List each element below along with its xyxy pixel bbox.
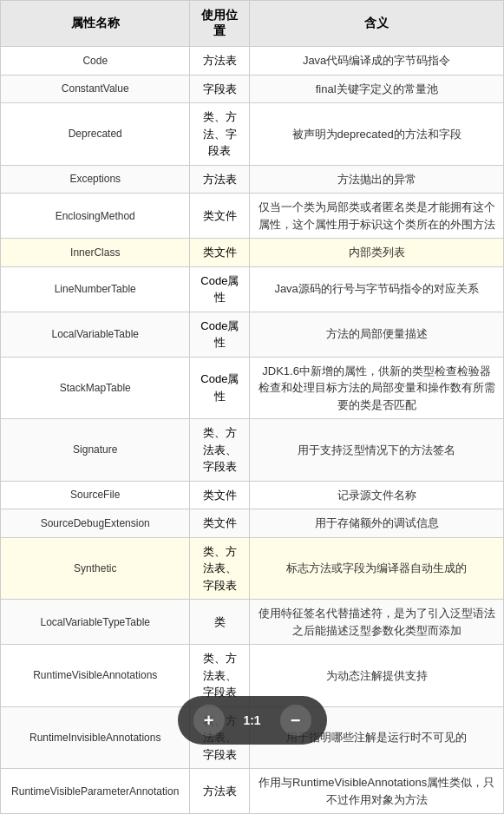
table-row: StackMapTableCode属性JDK1.6中新增的属性，供新的类型检查检… [1,357,504,419]
attr-name: InnerClass [1,239,190,267]
attr-name: LocalVariableTypeTable [1,600,190,645]
col-header-name: 属性名称 [1,1,190,47]
attr-name: EnclosingMethod [1,194,190,239]
attr-meaning: JDK1.6中新增的属性，供新的类型检查检验器检查和处理目标方法的局部变量和操作… [250,357,504,419]
attr-meaning: 作用与RuntimeVisibleAnnotations属性类似，只不过作用对象… [250,769,504,814]
table-row: EnclosingMethod类文件仅当一个类为局部类或者匿名类是才能拥有这个属… [1,194,504,239]
attr-name: RuntimeVisibleParameterAnnotation [1,769,190,814]
attr-location: 类文件 [190,481,250,509]
attr-name: Exceptions [1,165,190,194]
attr-location: Code属性 [190,357,250,419]
attr-meaning: 仅当一个类为局部类或者匿名类是才能拥有这个属性，这个属性用于标识这个类所在的外围… [250,194,504,239]
col-header-meaning: 含义 [250,1,504,47]
attr-meaning: Java代码编译成的字节码指令 [250,47,504,75]
zoom-level-label: 1:1 [237,713,268,727]
attr-location: 方法表 [190,769,250,814]
attr-location: Code属性 [190,312,250,357]
attr-meaning: 被声明为deprecated的方法和字段 [250,103,504,166]
attr-meaning: 方法的局部便量描述 [250,312,504,357]
attr-name: SourceDebugExtension [1,509,190,538]
table-row: Deprecated类、方法、字段表被声明为deprecated的方法和字段 [1,103,504,166]
attr-meaning: 记录源文件名称 [250,481,504,509]
zoom-in-button[interactable]: + [193,705,225,736]
attr-name: Deprecated [1,103,190,166]
attr-name: Code [1,47,190,75]
table-row: LocalVariableTypeTable类使用特征签名代替描述符，是为了引入… [1,600,504,645]
table-row: LineNumberTableCode属性Java源码的行号与字节码指令的对应关… [1,266,504,312]
table-row: Synthetic类、方法表、字段表标志方法或字段为编译器自动生成的 [1,537,504,600]
attributes-table: 属性名称 使用位置 含义 Code方法表Java代码编译成的字节码指令Const… [0,0,504,814]
attr-location: 类 [190,600,250,645]
attr-meaning: Java源码的行号与字节码指令的对应关系 [250,266,504,312]
attr-location: 类、方法表、字段表 [190,537,250,600]
attr-location: Code属性 [190,266,250,312]
table-row: SourceFile类文件记录源文件名称 [1,481,504,509]
attr-location: 类文件 [190,509,250,538]
table-row: LocalVariableTableCode属性方法的局部便量描述 [1,312,504,357]
table-row: Code方法表Java代码编译成的字节码指令 [1,47,504,75]
attr-name: Synthetic [1,537,190,600]
attr-name: SourceFile [1,481,190,509]
zoom-controls: + 1:1 − [178,696,327,745]
attr-name: Signature [1,419,190,482]
table-row: InnerClass类文件内部类列表 [1,239,504,267]
attr-location: 字段表 [190,75,250,103]
attr-name: RuntimeVisibleAnnotations [1,645,190,707]
attr-meaning: final关键字定义的常量池 [250,75,504,103]
table-row: Signature类、方法表、字段表用于支持泛型情况下的方法签名 [1,419,504,482]
attr-location: 类文件 [190,194,250,239]
attr-meaning: 标志方法或字段为编译器自动生成的 [250,537,504,600]
table-row: ConstantValue字段表final关键字定义的常量池 [1,75,504,103]
attr-location: 方法表 [190,165,250,194]
attr-location: 类、方法、字段表 [190,103,250,166]
attr-name: StackMapTable [1,357,190,419]
attr-meaning: 用于存储额外的调试信息 [250,509,504,538]
table-row: RuntimeVisibleParameterAnnotation方法表作用与R… [1,769,504,814]
col-header-location: 使用位置 [190,1,250,47]
attr-name: LineNumberTable [1,266,190,312]
zoom-out-button[interactable]: − [280,705,311,736]
attr-location: 类、方法表、字段表 [190,419,250,482]
attr-meaning: 内部类列表 [250,239,504,267]
attr-location: 类文件 [190,239,250,267]
attr-meaning: 用于支持泛型情况下的方法签名 [250,419,504,482]
table-row: SourceDebugExtension类文件用于存储额外的调试信息 [1,509,504,538]
table-row: Exceptions方法表方法抛出的异常 [1,165,504,194]
attr-name: RuntimeInvisibleAnnotations [1,706,190,769]
attr-name: LocalVariableTable [1,312,190,357]
attr-name: ConstantValue [1,75,190,103]
attr-location: 方法表 [190,47,250,75]
attr-meaning: 方法抛出的异常 [250,165,504,194]
attr-meaning: 使用特征签名代替描述符，是为了引入泛型语法之后能描述泛型参数化类型而添加 [250,600,504,645]
